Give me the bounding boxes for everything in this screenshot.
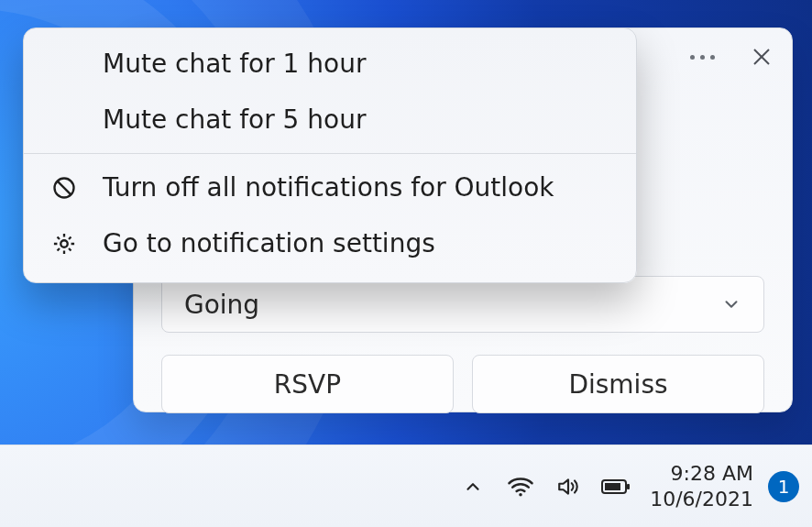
menu-item-label: Turn off all notifications for Outlook	[103, 172, 554, 203]
menu-item-mute-1h[interactable]: Mute chat for 1 hour	[24, 36, 636, 92]
taskbar-time: 9:28 AM	[650, 461, 753, 487]
svg-rect-9	[605, 483, 620, 490]
menu-item-label: Mute chat for 5 hour	[103, 104, 366, 135]
ban-icon	[49, 175, 79, 201]
rsvp-button[interactable]: RSVP	[161, 355, 454, 413]
rsvp-select[interactable]: Going	[161, 276, 764, 333]
menu-item-label: Go to notification settings	[103, 228, 435, 258]
battery-icon[interactable]	[600, 477, 631, 497]
notification-context-menu: Mute chat for 1 hour Mute chat for 5 hou…	[23, 27, 637, 283]
svg-point-4	[60, 240, 67, 247]
svg-point-5	[519, 493, 522, 497]
taskbar-date: 10/6/2021	[650, 487, 753, 512]
svg-line-3	[57, 181, 71, 194]
tray-overflow-icon[interactable]	[457, 477, 488, 497]
wifi-icon[interactable]	[505, 475, 536, 499]
menu-item-mute-5h[interactable]: Mute chat for 5 hour	[24, 92, 636, 148]
menu-separator	[24, 153, 636, 154]
close-icon[interactable]	[752, 47, 772, 67]
notification-badge-count: 1	[778, 476, 790, 498]
gear-icon	[49, 231, 79, 257]
notification-badge[interactable]: 1	[768, 471, 799, 502]
menu-item-label: Mute chat for 1 hour	[103, 49, 366, 79]
svg-rect-8	[627, 484, 630, 489]
menu-item-notification-settings[interactable]: Go to notification settings	[24, 215, 636, 271]
dismiss-button[interactable]: Dismiss	[472, 355, 764, 413]
menu-item-turn-off-app[interactable]: Turn off all notifications for Outlook	[24, 159, 636, 215]
volume-icon[interactable]	[553, 475, 584, 499]
more-icon[interactable]	[685, 49, 720, 65]
taskbar-clock[interactable]: 9:28 AM 10/6/2021	[650, 461, 753, 511]
svg-marker-6	[559, 479, 568, 493]
dismiss-button-label: Dismiss	[568, 369, 667, 400]
taskbar: 9:28 AM 10/6/2021 1	[0, 445, 812, 527]
chevron-down-icon	[721, 294, 741, 314]
rsvp-select-value: Going	[184, 290, 259, 320]
system-tray	[457, 475, 631, 499]
rsvp-button-label: RSVP	[274, 369, 341, 400]
